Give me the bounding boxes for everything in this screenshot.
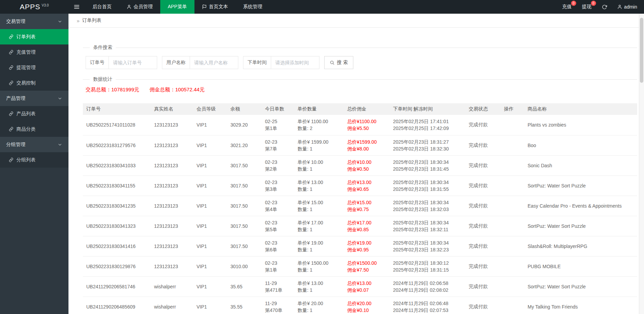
balance: 3017.50 <box>227 155 262 175</box>
today-orders: 02-23 第5单 <box>262 216 294 236</box>
times: 2025年02月23日 18:30:34 2025年02月23日 18:32:1… <box>390 216 465 236</box>
real-name: 123123123 <box>151 216 193 236</box>
breadcrumb: » 订单列表 <box>68 14 644 28</box>
times: 2025年02月25日 17:41:01 2025年02月25日 17:42:0… <box>390 115 465 135</box>
header-price-qty: 单价数量 <box>294 103 344 115</box>
quantity: 数量: 1 <box>298 246 340 253</box>
table-row: UB2502231830341323 123123123 VIP1 3017.5… <box>83 216 637 236</box>
total-price: 总价¥10.00 <box>347 159 386 166</box>
table-row: UB2502231830129876 123123123 VIP1 3010.0… <box>83 256 637 276</box>
link-icon <box>9 50 13 54</box>
total-price: 总价¥13.00 <box>347 179 386 186</box>
total-price: 总价¥20.00 <box>347 300 386 307</box>
vip-level: VIP1 <box>193 236 227 256</box>
table-row: UB2502231830341155 123123123 VIP1 3017.5… <box>83 175 637 196</box>
today-orders: 11-29 第470单 <box>262 297 294 314</box>
status: 完成付款 <box>465 297 501 314</box>
order-date: 11-29 <box>265 280 291 287</box>
sidebar-item-withdraw[interactable]: 提现管理 <box>0 60 68 75</box>
quantity: 数量: 1 <box>298 145 340 152</box>
topbar: APPS V3.0 后台首页 会员管理 APP菜单 首页文本 系统管理 <box>0 0 644 14</box>
total-price: 总价¥13.00 <box>347 280 386 287</box>
total-price: 总价¥1500.00 <box>347 260 386 266</box>
vip-level: VIP1 <box>193 196 227 216</box>
real-name: 123123123 <box>151 175 193 196</box>
recharge-button[interactable]: 充值 0 <box>562 4 572 10</box>
status: 完成付款 <box>465 135 501 155</box>
admin-menu[interactable]: admin <box>617 4 637 10</box>
total-commission: 总价¥1500.00 佣金¥7.50 <box>344 256 390 276</box>
vip-level: VIP1 <box>193 155 227 175</box>
sidebar-item-label: 订单列表 <box>16 34 36 40</box>
sidebar-group-trade[interactable]: 交易管理 <box>0 14 68 29</box>
total-commission: 总价¥13.00 佣金¥0.65 <box>344 175 390 196</box>
hamburger-button[interactable] <box>68 0 85 14</box>
sidebar-item-product-list[interactable]: 产品列表 <box>0 106 68 121</box>
order-index: 第4单 <box>265 206 291 213</box>
nav-item-label: 首页文本 <box>209 4 228 10</box>
link-icon <box>9 81 13 85</box>
sidebar-item-recharge[interactable]: 充值管理 <box>0 44 68 60</box>
username-input[interactable] <box>190 56 238 69</box>
withdraw-button[interactable]: 提现 0 <box>582 4 592 10</box>
nav-item-home-text[interactable]: 首页文本 <box>194 0 236 14</box>
nav-item-app-menu[interactable]: APP菜单 <box>160 0 194 14</box>
commission: 佣金¥0.50 <box>347 166 386 172</box>
sidebar-item-label: 提现管理 <box>16 65 36 71</box>
sidebar-item-order-list[interactable]: 订单列表 <box>0 29 68 44</box>
quantity: 数量: 1 <box>298 166 340 172</box>
order-date: 02-23 <box>265 159 291 166</box>
unit-price: 单价¥ 13.00 <box>298 280 340 287</box>
sidebar-item-group-list[interactable]: 分组列表 <box>0 152 68 168</box>
admin-username: admin <box>624 4 637 10</box>
order-index: 第1单 <box>265 125 291 132</box>
flag-icon <box>202 4 207 9</box>
vip-level: VIP1 <box>193 276 227 297</box>
nav-item-label: 会员管理 <box>134 4 153 10</box>
order-time: 2025年02月23日 18:30:34 <box>393 159 462 166</box>
order-time-input[interactable] <box>271 56 319 69</box>
sidebar: 交易管理 订单列表 充值管理 提现管理 交 <box>0 14 68 314</box>
sidebar-group-grouping[interactable]: 分组管理 <box>0 137 68 152</box>
nav-item-system[interactable]: 系统管理 <box>236 0 270 14</box>
header-times: 下单时间 解冻时间 <box>390 103 465 115</box>
nav-item-members[interactable]: 会员管理 <box>119 0 160 14</box>
search-button[interactable]: 搜 索 <box>324 56 353 69</box>
app-logo[interactable]: APPS V3.0 <box>0 0 68 14</box>
sidebar-group-product[interactable]: 产品管理 <box>0 91 68 106</box>
search-icon <box>330 60 334 65</box>
nav-item-dashboard[interactable]: 后台首页 <box>85 0 119 14</box>
real-name: 123123123 <box>151 155 193 175</box>
order-time: 2025年02月23日 18:30:34 <box>393 219 462 226</box>
refresh-button[interactable] <box>602 4 607 10</box>
balance: 35.65 <box>227 276 262 297</box>
price-qty: 单价¥ 15.00 数量: 1 <box>294 196 344 216</box>
times: 2025年02月23日 18:30:12 2025年02月23日 18:31:1… <box>390 256 465 276</box>
link-icon <box>9 127 13 131</box>
order-time: 2024年11月29日 02:06:48 <box>393 300 462 307</box>
order-no-input[interactable] <box>109 56 157 69</box>
nav-item-label: APP菜单 <box>168 4 187 10</box>
unit-price: 单价¥ 1599.00 <box>298 139 340 145</box>
today-orders: 02-23 第1单 <box>262 256 294 276</box>
sidebar-item-product-category[interactable]: 商品分类 <box>0 121 68 137</box>
scrollbar-thumb[interactable] <box>640 18 643 83</box>
table-row: UB2411290206485609 wishalperr VIP1 35.55… <box>83 297 637 314</box>
today-orders: 02-23 第2单 <box>262 155 294 175</box>
unfreeze-time: 2024年11月29日 02:07:53 <box>393 307 462 314</box>
total-commission: 总价¥1599.00 佣金¥8.00 <box>344 135 390 155</box>
order-no: UB2502231831279576 <box>83 135 151 155</box>
action-cell <box>501 175 524 196</box>
commission: 佣金¥7.50 <box>347 266 386 273</box>
today-orders: 02-25 第1单 <box>262 115 294 135</box>
vertical-scrollbar[interactable] <box>639 14 644 314</box>
unfreeze-time: 2025年02月23日 18:32:03 <box>393 206 462 213</box>
commission: 佣金¥0.07 <box>347 287 386 293</box>
order-index: 第6单 <box>265 246 291 253</box>
commission-total: 佣金总额：100572.44元 <box>150 87 205 93</box>
header-total-commission: 总价佣金 <box>344 103 390 115</box>
sidebar-item-trade-control[interactable]: 交易控制 <box>0 75 68 91</box>
action-cell <box>501 276 524 297</box>
real-name: 123123123 <box>151 236 193 256</box>
status: 完成付款 <box>465 236 501 256</box>
